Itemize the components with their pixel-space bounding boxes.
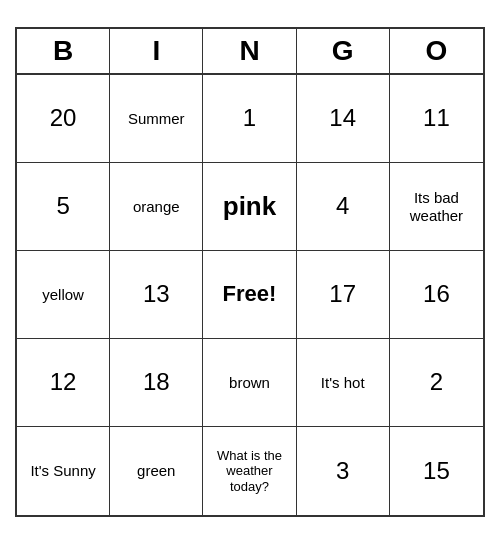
header-letter: G: [297, 29, 390, 73]
bingo-cell: 3: [297, 427, 390, 515]
bingo-cell: 5: [17, 163, 110, 251]
bingo-cell: 4: [297, 163, 390, 251]
bingo-cell: 15: [390, 427, 483, 515]
bingo-cell: brown: [203, 339, 296, 427]
bingo-cell: It's hot: [297, 339, 390, 427]
header-letter: I: [110, 29, 203, 73]
bingo-cell: orange: [110, 163, 203, 251]
bingo-cell: Free!: [203, 251, 296, 339]
bingo-cell: 2: [390, 339, 483, 427]
bingo-cell: What is the weather today?: [203, 427, 296, 515]
bingo-cell: 11: [390, 75, 483, 163]
bingo-cell: 12: [17, 339, 110, 427]
header-letter: N: [203, 29, 296, 73]
bingo-cell: 18: [110, 339, 203, 427]
bingo-cell: green: [110, 427, 203, 515]
bingo-cell: 1: [203, 75, 296, 163]
bingo-cell: Its bad weather: [390, 163, 483, 251]
bingo-header: BINGO: [17, 29, 483, 75]
bingo-cell: 14: [297, 75, 390, 163]
bingo-cell: 13: [110, 251, 203, 339]
bingo-cell: 20: [17, 75, 110, 163]
bingo-cell: It's Sunny: [17, 427, 110, 515]
bingo-cell: 16: [390, 251, 483, 339]
bingo-grid: 20Summer114115orangepink4Its bad weather…: [17, 75, 483, 515]
header-letter: B: [17, 29, 110, 73]
bingo-cell: pink: [203, 163, 296, 251]
header-letter: O: [390, 29, 483, 73]
bingo-cell: yellow: [17, 251, 110, 339]
bingo-cell: 17: [297, 251, 390, 339]
bingo-cell: Summer: [110, 75, 203, 163]
bingo-card: BINGO 20Summer114115orangepink4Its bad w…: [15, 27, 485, 517]
